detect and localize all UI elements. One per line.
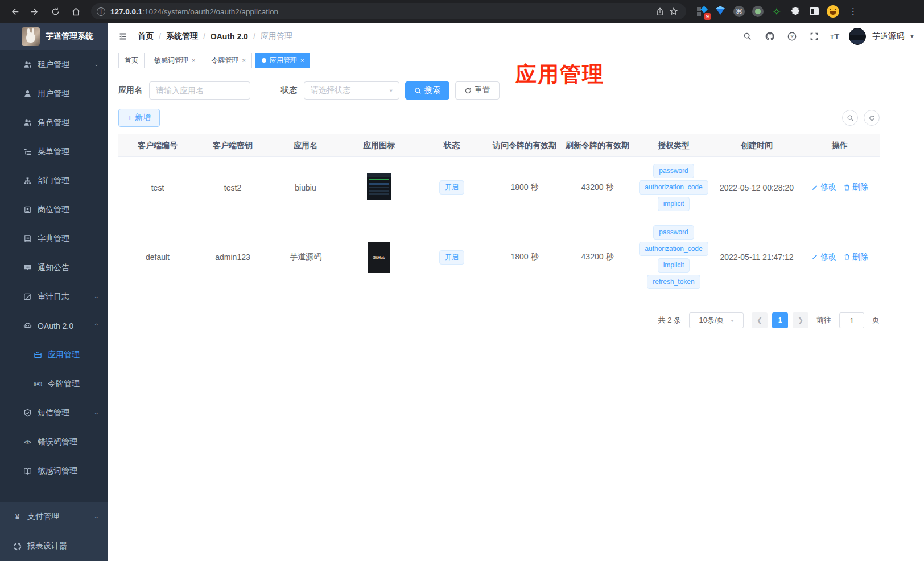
- table-row: testtest2biubiu开启1800 秒43200 秒passwordau…: [118, 157, 880, 218]
- cell-access-token-ttl: 1800 秒: [488, 218, 561, 296]
- sidebar-item-label: 岗位管理: [38, 205, 69, 215]
- sidebar-item-label: 部门管理: [38, 176, 69, 186]
- column-header: 访问令牌的有效期: [488, 134, 561, 157]
- sidebar-item-部门管理[interactable]: 部门管理: [0, 166, 108, 195]
- table-toolbar: + 新增: [118, 109, 880, 127]
- sidebar-item-label: 报表设计器: [27, 541, 67, 551]
- split-view-icon[interactable]: [808, 5, 820, 18]
- prev-page-button[interactable]: ❮: [752, 312, 768, 328]
- tab-首页[interactable]: 首页: [118, 53, 145, 68]
- extensions-puzzle-icon[interactable]: [789, 5, 802, 18]
- goto-page-input[interactable]: [839, 312, 864, 328]
- status-select[interactable]: 请选择状态▾: [304, 81, 399, 100]
- site-info-icon[interactable]: i: [97, 7, 105, 16]
- browser-back-button[interactable]: [6, 3, 23, 20]
- total-count: 共 2 条: [658, 315, 681, 325]
- font-size-icon[interactable]: TT: [830, 31, 839, 41]
- address-bar[interactable]: i 127.0.0.1:1024/system/oauth2/oauth2/ap…: [91, 3, 686, 19]
- edit-link[interactable]: 修改: [811, 182, 836, 192]
- sidebar-item-label: 敏感词管理: [38, 466, 77, 476]
- github-icon[interactable]: [764, 30, 776, 43]
- extension-record-icon[interactable]: [752, 5, 764, 18]
- column-header: 操作: [800, 134, 880, 157]
- app-logo[interactable]: 芋道管理系统: [0, 23, 108, 50]
- sidebar-item-label: 短信管理: [38, 408, 69, 418]
- extension-tabs-icon[interactable]: 9: [695, 5, 708, 18]
- help-icon[interactable]: ?: [786, 30, 798, 43]
- current-page-button[interactable]: 1: [772, 312, 788, 328]
- close-icon[interactable]: ×: [242, 57, 245, 64]
- tab-应用管理[interactable]: 应用管理×: [255, 53, 310, 68]
- close-icon[interactable]: ×: [192, 57, 195, 64]
- sidebar-item-通知公告[interactable]: 通知公告: [0, 253, 108, 282]
- sidebar-item-租户管理[interactable]: 租户管理⌄: [0, 50, 108, 79]
- close-icon[interactable]: ×: [300, 57, 304, 64]
- cell-client-id: default: [118, 218, 197, 296]
- reset-button[interactable]: 重置: [455, 81, 500, 100]
- sidebar-item-菜单管理[interactable]: 菜单管理: [0, 137, 108, 166]
- extension-green-star-icon[interactable]: ✧: [770, 5, 783, 18]
- sidebar-item-用户管理[interactable]: 用户管理: [0, 79, 108, 108]
- sidebar-item-label: 审计日志: [38, 292, 69, 302]
- sidebar-item-label: OAuth 2.0: [38, 321, 73, 331]
- browser-reload-button[interactable]: [47, 3, 64, 20]
- extension-gem-icon[interactable]: [714, 5, 727, 18]
- browser-menu-icon[interactable]: ⋮: [849, 6, 857, 16]
- browser-forward-button[interactable]: [26, 3, 43, 20]
- sidebar-item-报表设计器[interactable]: 报表设计器: [0, 531, 108, 561]
- hide-search-button[interactable]: [842, 110, 858, 126]
- tab-敏感词管理[interactable]: 敏感词管理×: [148, 53, 201, 68]
- sidebar-root-menu: ¥支付管理⌄报表设计器: [0, 502, 108, 561]
- sidebar-item-label: 用户管理: [38, 89, 69, 99]
- sidebar-item-应用管理[interactable]: 应用管理: [0, 340, 108, 369]
- browser-home-button[interactable]: [67, 3, 84, 20]
- org-chart-icon: [23, 176, 32, 185]
- briefcase-icon: [33, 350, 42, 360]
- grant-type-tag: password: [653, 164, 694, 178]
- cell-app-icon: [343, 157, 415, 218]
- page-size-select[interactable]: 10条/页▾: [689, 312, 744, 328]
- breadcrumb-item[interactable]: OAuth 2.0: [211, 32, 248, 41]
- sidebar-item-label: 应用管理: [48, 350, 80, 360]
- sidebar-item-岗位管理[interactable]: 岗位管理: [0, 195, 108, 224]
- chevron-down-icon[interactable]: ▼: [909, 33, 915, 39]
- app-name-input[interactable]: [149, 81, 250, 100]
- sidebar-item-令牌管理[interactable]: ((A))令牌管理: [0, 369, 108, 398]
- refresh-button[interactable]: [864, 110, 880, 126]
- avatar[interactable]: [849, 28, 866, 45]
- tab-令牌管理[interactable]: 令牌管理×: [205, 53, 251, 68]
- sidebar-item-字典管理[interactable]: 字典管理: [0, 224, 108, 253]
- fullscreen-icon[interactable]: [808, 30, 820, 43]
- search-icon[interactable]: [741, 30, 754, 43]
- profile-emoji-icon[interactable]: [827, 5, 839, 18]
- username[interactable]: 芋道源码: [872, 31, 904, 42]
- bookmark-star-icon[interactable]: [667, 5, 680, 18]
- column-header: 创建时间: [713, 134, 800, 157]
- add-button[interactable]: + 新增: [118, 109, 160, 127]
- breadcrumb-separator: /: [253, 32, 255, 41]
- next-page-button[interactable]: ❯: [793, 312, 808, 328]
- status-badge: 开启: [439, 250, 464, 265]
- sidebar-collapse-icon[interactable]: [117, 31, 129, 42]
- edit-link[interactable]: 修改: [811, 252, 836, 262]
- delete-link[interactable]: 删除: [843, 182, 868, 192]
- breadcrumb-item[interactable]: 系统管理: [166, 31, 198, 42]
- sidebar-item-敏感词管理[interactable]: 敏感词管理: [0, 456, 108, 485]
- sidebar-item-错误码管理[interactable]: </>错误码管理: [0, 427, 108, 456]
- extension-command-icon[interactable]: ⌘: [733, 5, 745, 18]
- breadcrumb: 首页/系统管理/OAuth 2.0/应用管理: [138, 31, 292, 42]
- sidebar-item-审计日志[interactable]: 审计日志⌄: [0, 282, 108, 311]
- sidebar-item-支付管理[interactable]: ¥支付管理⌄: [0, 502, 108, 531]
- sidebar-item-短信管理[interactable]: 短信管理⌄: [0, 398, 108, 427]
- share-icon[interactable]: [653, 5, 667, 18]
- search-button[interactable]: 搜索: [405, 81, 449, 100]
- sidebar-item-角色管理[interactable]: 角色管理: [0, 108, 108, 137]
- sidebar-item-OAuth 2.0[interactable]: OAuth 2.0⌃: [0, 311, 108, 340]
- delete-link[interactable]: 删除: [843, 252, 868, 262]
- breadcrumb-item[interactable]: 首页: [138, 31, 154, 42]
- pagination: 共 2 条 10条/页▾ ❮ 1 ❯ 前往 页: [118, 312, 880, 328]
- dictionary-icon: [23, 234, 32, 244]
- extension-badge: 9: [704, 13, 711, 20]
- users-icon: [23, 118, 32, 127]
- chevron-down-icon: ⌄: [94, 61, 99, 67]
